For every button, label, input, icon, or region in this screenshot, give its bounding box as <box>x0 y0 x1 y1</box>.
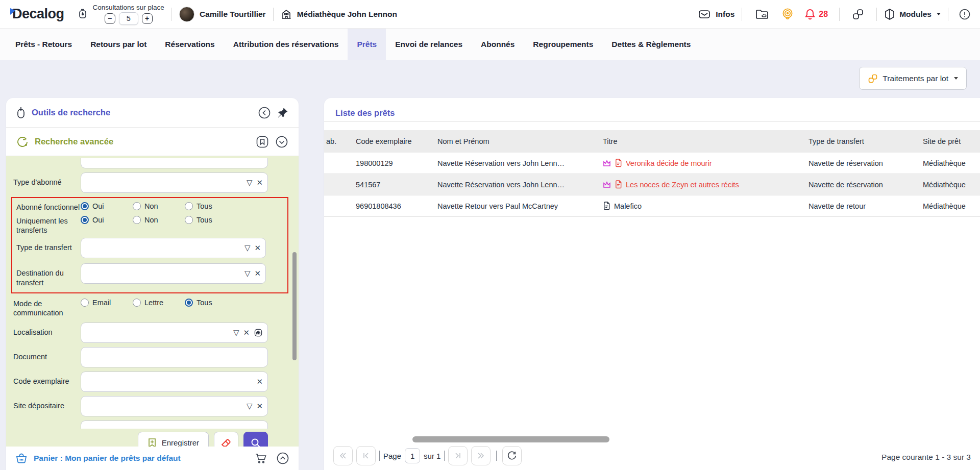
column-header-ab[interactable]: ab. <box>324 137 355 145</box>
radio-icon[interactable] <box>133 299 141 307</box>
save-search-button[interactable]: Enregistrer <box>138 432 209 447</box>
radio-selected-icon[interactable] <box>185 299 193 307</box>
clear-icon[interactable]: ✕ <box>243 328 250 337</box>
field-label: Type d'abonné <box>13 172 81 187</box>
type-transfert-input[interactable] <box>81 238 266 258</box>
search-button[interactable] <box>243 432 268 447</box>
dropdown-icon[interactable]: ▽ <box>247 178 253 187</box>
radio-tous[interactable]: Tous <box>185 299 237 307</box>
modules-menu[interactable]: Modules <box>884 8 941 20</box>
clear-icon[interactable]: ✕ <box>256 402 263 411</box>
column-header-code[interactable]: Code exemplaire <box>355 137 437 145</box>
dropdown-icon[interactable]: ▽ <box>244 243 251 253</box>
scrolled-field-partial <box>13 158 289 168</box>
folder-icon[interactable] <box>755 9 769 20</box>
current-user[interactable]: Camille Tourtillier <box>179 7 266 22</box>
broadcast-beacon-icon[interactable] <box>781 8 794 21</box>
radio-icon[interactable] <box>133 216 141 224</box>
cart-icon[interactable] <box>255 453 267 464</box>
tab-envoi-relances[interactable]: Envoi de relances <box>386 29 472 60</box>
saved-search-bookmark-icon[interactable] <box>256 135 269 149</box>
radio-non[interactable]: Non <box>133 202 185 210</box>
form-vertical-scrollbar[interactable] <box>292 252 297 360</box>
tab-prets[interactable]: Prêts <box>348 29 386 60</box>
tab-dettes-reglements[interactable]: Dettes & Règlements <box>602 29 700 60</box>
table-row[interactable]: 198000129 Navette Réservation vers John … <box>324 153 980 174</box>
expand-up-icon[interactable] <box>276 452 289 465</box>
radio-selected-icon[interactable] <box>81 216 89 224</box>
notifications[interactable]: 28 <box>804 8 828 20</box>
dropdown-icon[interactable]: ▽ <box>233 328 239 337</box>
first-page-button[interactable] <box>333 446 353 465</box>
cell-transfer-type: Navette de retour <box>808 202 923 210</box>
column-header-name[interactable]: Nom et Prénom <box>437 137 603 145</box>
radio-icon[interactable] <box>185 202 193 210</box>
cell-title-link[interactable]: Les noces de Zeyn et autres récits <box>626 181 739 189</box>
previous-page-button[interactable] <box>356 446 376 465</box>
page-label: Page <box>383 452 401 460</box>
current-site[interactable]: Médiathèque John Lennon <box>281 9 397 20</box>
batch-processing-button[interactable]: Traitements par lot <box>859 67 967 90</box>
clear-icon[interactable]: ✕ <box>256 377 263 386</box>
site-depositaire-input[interactable] <box>81 396 268 416</box>
cell-code: 96901808436 <box>355 202 437 210</box>
document-input[interactable] <box>81 347 268 367</box>
table-row[interactable]: 541567 Navette Réservation vers John Len… <box>324 174 980 195</box>
dropdown-icon[interactable]: ▽ <box>247 402 253 411</box>
consultations-minus-button[interactable]: − <box>105 13 115 24</box>
clear-icon[interactable]: ✕ <box>256 178 263 187</box>
consultations-count[interactable]: 5 <box>119 12 138 25</box>
next-page-button[interactable] <box>448 446 468 465</box>
scrolled-input[interactable] <box>81 158 268 168</box>
column-header-loan-site[interactable]: Site de prêt <box>923 137 980 145</box>
radio-tous[interactable]: Tous <box>185 202 237 210</box>
user-avatar[interactable] <box>179 7 194 22</box>
consultations-plus-button[interactable]: + <box>142 13 153 24</box>
basket-footer[interactable]: Panier : Mon panier de prêts par défaut <box>6 447 299 470</box>
building-picker-icon[interactable] <box>254 328 263 337</box>
collapse-left-icon[interactable] <box>258 106 271 119</box>
table-row[interactable]: 96901808436 Navette Retour vers Paul McC… <box>324 195 980 217</box>
cell-title[interactable]: Malefico <box>614 202 642 210</box>
field-uniquement-transferts: Uniquement les transferts Oui Non Tous <box>16 215 284 235</box>
type-abonne-input[interactable] <box>81 172 268 193</box>
tab-retours-par-lot[interactable]: Retours par lot <box>81 29 156 60</box>
scrolled-input[interactable] <box>81 420 268 429</box>
tab-attribution-reservations[interactable]: Attribution des réservations <box>224 29 348 60</box>
radio-lettre[interactable]: Lettre <box>133 299 185 307</box>
tab-prets-retours[interactable]: Prêts - Retours <box>6 29 81 60</box>
clear-form-button[interactable] <box>214 432 238 447</box>
tab-regroupements[interactable]: Regroupements <box>524 29 602 60</box>
document-icon <box>615 180 622 189</box>
refresh-button[interactable] <box>502 446 522 465</box>
destination-transfert-input[interactable] <box>81 263 266 284</box>
collapse-section-icon[interactable] <box>275 135 288 149</box>
radio-selected-icon[interactable] <box>81 202 89 210</box>
chain-links-icon[interactable] <box>852 8 864 20</box>
clear-icon[interactable]: ✕ <box>254 243 261 253</box>
code-exemplaire-input[interactable] <box>81 372 268 392</box>
column-header-title[interactable]: Titre <box>603 137 808 145</box>
column-header-transfer-type[interactable]: Type de transfert <box>808 137 923 145</box>
infos-menu[interactable]: Infos <box>698 9 734 19</box>
crown-icon <box>603 181 611 188</box>
radio-icon[interactable] <box>133 202 141 210</box>
table-horizontal-scrollbar[interactable] <box>412 436 609 442</box>
field-label: Localisation <box>13 323 81 337</box>
radio-tous[interactable]: Tous <box>185 216 237 224</box>
radio-email[interactable]: Email <box>81 299 133 307</box>
cell-title-link[interactable]: Veronika décide de mourir <box>626 159 712 167</box>
radio-icon[interactable] <box>81 299 89 307</box>
radio-icon[interactable] <box>185 216 193 224</box>
info-circle-icon[interactable] <box>959 8 971 20</box>
pin-icon[interactable] <box>277 107 288 118</box>
clear-icon[interactable]: ✕ <box>254 269 261 278</box>
radio-oui[interactable]: Oui <box>81 202 133 210</box>
page-number-input[interactable] <box>405 448 420 463</box>
tab-abonnes[interactable]: Abonnés <box>472 29 524 60</box>
radio-non[interactable]: Non <box>133 216 185 224</box>
dropdown-icon[interactable]: ▽ <box>244 269 251 278</box>
radio-oui[interactable]: Oui <box>81 216 133 224</box>
last-page-button[interactable] <box>471 446 491 465</box>
tab-reservations[interactable]: Réservations <box>156 29 224 60</box>
